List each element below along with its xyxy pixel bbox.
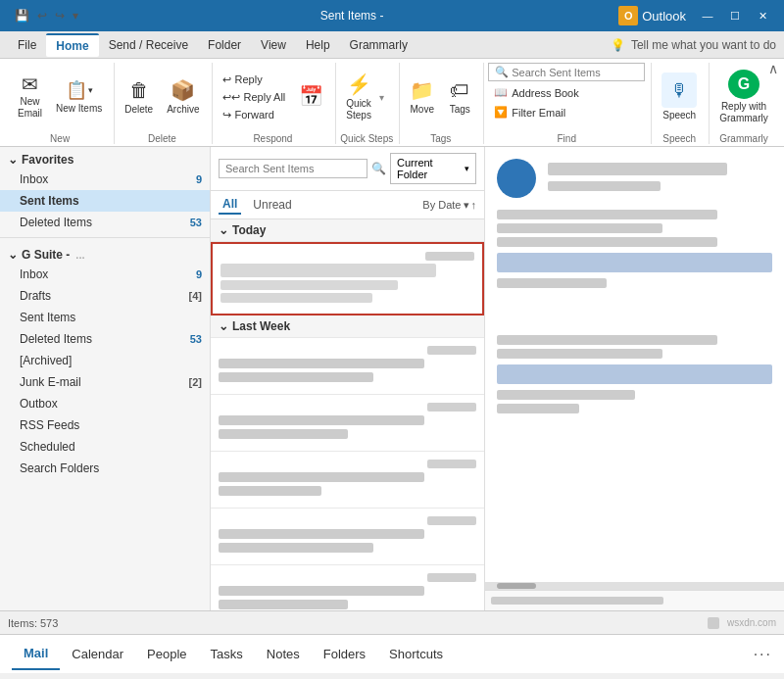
nav-folders[interactable]: Folders bbox=[312, 639, 377, 669]
folder-dropdown-arrow: ▾ bbox=[465, 164, 469, 173]
gsuite-inbox[interactable]: Inbox 9 bbox=[0, 264, 210, 285]
reading-body-line-1 bbox=[497, 210, 717, 219]
current-folder-button[interactable]: Current Folder ▾ bbox=[390, 153, 476, 184]
reply-button[interactable]: ↩ Reply bbox=[217, 72, 292, 88]
nav-notes[interactable]: Notes bbox=[255, 639, 312, 669]
new-email-button[interactable]: ✉ NewEmail bbox=[12, 66, 48, 128]
redo-qa-button[interactable]: ↪ bbox=[52, 7, 68, 24]
email-item-4[interactable] bbox=[211, 452, 484, 509]
quick-steps-button[interactable]: ⚡ QuickSteps bbox=[340, 66, 377, 128]
reply-all-button[interactable]: ↩↩ Reply All bbox=[217, 89, 292, 106]
new-items-dropdown-arrow: ▾ bbox=[88, 85, 93, 95]
sidebar-inbox-label: Inbox bbox=[20, 172, 48, 186]
email-item-6[interactable] bbox=[211, 565, 484, 610]
last-week-chevron: ⌄ bbox=[219, 319, 228, 333]
nav-more-button[interactable]: ··· bbox=[754, 646, 772, 663]
gsuite-junk[interactable]: Junk E-mail [2] bbox=[0, 371, 210, 393]
sidebar-deleted-items-label: Deleted Items bbox=[20, 216, 92, 229]
close-button[interactable]: ✕ bbox=[749, 2, 776, 29]
tab-all[interactable]: All bbox=[219, 195, 241, 215]
forward-button[interactable]: ↪ Forward bbox=[217, 107, 292, 123]
reading-header-text bbox=[548, 159, 772, 195]
move-button[interactable]: 📁 Move bbox=[404, 66, 440, 128]
favorites-chevron: ⌄ bbox=[8, 153, 18, 167]
quick-steps-dropdown[interactable]: ▾ bbox=[379, 92, 384, 103]
menu-file[interactable]: File bbox=[8, 34, 46, 56]
gsuite-sent[interactable]: Sent Items bbox=[0, 307, 210, 328]
respond-group-items: ↩ Reply ↩↩ Reply All ↪ Forward 📅 bbox=[217, 63, 330, 131]
reply-label: Reply bbox=[235, 73, 263, 85]
sidebar-deleted-items[interactable]: Deleted Items 53 bbox=[0, 212, 210, 233]
last-week-section-header[interactable]: ⌄ Last Week bbox=[211, 315, 484, 338]
email-item-2[interactable] bbox=[211, 338, 484, 395]
gsuite-archived[interactable]: [Archived] bbox=[0, 350, 210, 371]
new-items-button[interactable]: 📋 ▾ New Items bbox=[50, 66, 108, 128]
archive-label: Archive bbox=[167, 104, 199, 116]
email-item-selected[interactable] bbox=[211, 242, 484, 315]
quick-access-toolbar: 💾 ↩ ↪ ▾ bbox=[8, 7, 85, 24]
save-qa-button[interactable]: 💾 bbox=[12, 7, 32, 24]
gsuite-outbox-label: Outbox bbox=[20, 397, 58, 411]
tags-button[interactable]: 🏷 Tags bbox=[442, 66, 477, 128]
dropdown-qa-button[interactable]: ▾ bbox=[70, 7, 81, 24]
speech-button[interactable]: 🎙 Speech bbox=[656, 66, 703, 128]
menu-help[interactable]: Help bbox=[296, 34, 340, 56]
menu-folder[interactable]: Folder bbox=[198, 34, 251, 56]
undo-qa-button[interactable]: ↩ bbox=[34, 7, 50, 24]
minimize-button[interactable]: — bbox=[694, 2, 721, 29]
email-item-3[interactable] bbox=[211, 395, 484, 452]
email-line-1a bbox=[220, 280, 398, 290]
favorites-section[interactable]: ⌄ Favorites bbox=[0, 147, 210, 169]
filter-icon: 🔽 bbox=[494, 106, 508, 119]
gsuite-deleted[interactable]: Deleted Items 53 bbox=[0, 328, 210, 350]
quick-steps-group-label: Quick Steps bbox=[340, 131, 393, 144]
menu-send-receive[interactable]: Send / Receive bbox=[99, 34, 198, 56]
ribbon-collapse-button[interactable]: ∧ bbox=[762, 59, 784, 78]
maximize-button[interactable]: ☐ bbox=[721, 2, 749, 29]
delete-button[interactable]: 🗑 Delete bbox=[119, 66, 159, 128]
tab-unread[interactable]: Unread bbox=[249, 196, 295, 214]
reading-scrollbar[interactable] bbox=[485, 582, 784, 590]
quick-steps-icon: ⚡ bbox=[347, 73, 371, 96]
email-sort[interactable]: By Date ▾ ↑ bbox=[422, 199, 476, 212]
nav-shortcuts[interactable]: Shortcuts bbox=[377, 639, 455, 669]
gsuite-outbox[interactable]: Outbox bbox=[0, 393, 210, 414]
search-people-input[interactable] bbox=[512, 67, 629, 78]
menu-home[interactable]: Home bbox=[46, 33, 98, 57]
ribbon-group-delete: 🗑 Delete 📦 Archive Delete bbox=[115, 63, 212, 144]
gsuite-drafts[interactable]: Drafts [4] bbox=[0, 285, 210, 307]
meeting-button[interactable]: 📅 bbox=[293, 66, 329, 128]
wsxdn-label: wsxdn.com bbox=[727, 617, 776, 628]
gsuite-section[interactable]: ⌄ G Suite - ... bbox=[0, 242, 210, 264]
sidebar: ⌄ Favorites Inbox 9 Sent Items Deleted I… bbox=[0, 147, 211, 610]
nav-people[interactable]: People bbox=[135, 639, 198, 669]
menu-bar: File Home Send / Receive Folder View Hel… bbox=[0, 31, 784, 59]
search-people-box[interactable]: 🔍 bbox=[488, 63, 645, 81]
archive-button[interactable]: 📦 Archive bbox=[161, 66, 205, 128]
gsuite-rss[interactable]: RSS Feeds bbox=[0, 414, 210, 436]
quick-steps-items: ⚡ QuickSteps ▾ bbox=[340, 63, 393, 131]
window-controls: — ☐ ✕ bbox=[694, 2, 776, 29]
sidebar-sent-items-label: Sent Items bbox=[20, 194, 79, 208]
email-search-input[interactable] bbox=[219, 159, 368, 178]
grammarly-group-label: Grammarly bbox=[713, 131, 773, 144]
sidebar-inbox-badge: 9 bbox=[196, 173, 202, 185]
reading-subject bbox=[548, 163, 727, 175]
gsuite-drafts-label: Drafts bbox=[20, 289, 51, 303]
gsuite-search-folders[interactable]: Search Folders bbox=[0, 458, 210, 479]
sidebar-sent-items[interactable]: Sent Items bbox=[0, 190, 210, 212]
menu-grammarly[interactable]: Grammarly bbox=[340, 34, 417, 56]
nav-calendar[interactable]: Calendar bbox=[60, 639, 135, 669]
filter-email-button[interactable]: 🔽 Filter Email bbox=[488, 104, 571, 121]
gsuite-chevron: ⌄ bbox=[8, 248, 18, 262]
menu-view[interactable]: View bbox=[251, 34, 296, 56]
nav-tasks[interactable]: Tasks bbox=[199, 639, 255, 669]
email-item-5[interactable] bbox=[211, 509, 484, 565]
gsuite-scheduled[interactable]: Scheduled bbox=[0, 436, 210, 458]
address-book-button[interactable]: 📖 Address Book bbox=[488, 84, 584, 101]
tell-me-search: 💡 Tell me what you want to do bbox=[611, 38, 776, 52]
today-section-header[interactable]: ⌄ Today bbox=[211, 219, 484, 242]
nav-mail[interactable]: Mail bbox=[12, 638, 60, 670]
email-search-icon[interactable]: 🔍 bbox=[371, 162, 386, 175]
sidebar-inbox[interactable]: Inbox 9 bbox=[0, 169, 210, 190]
